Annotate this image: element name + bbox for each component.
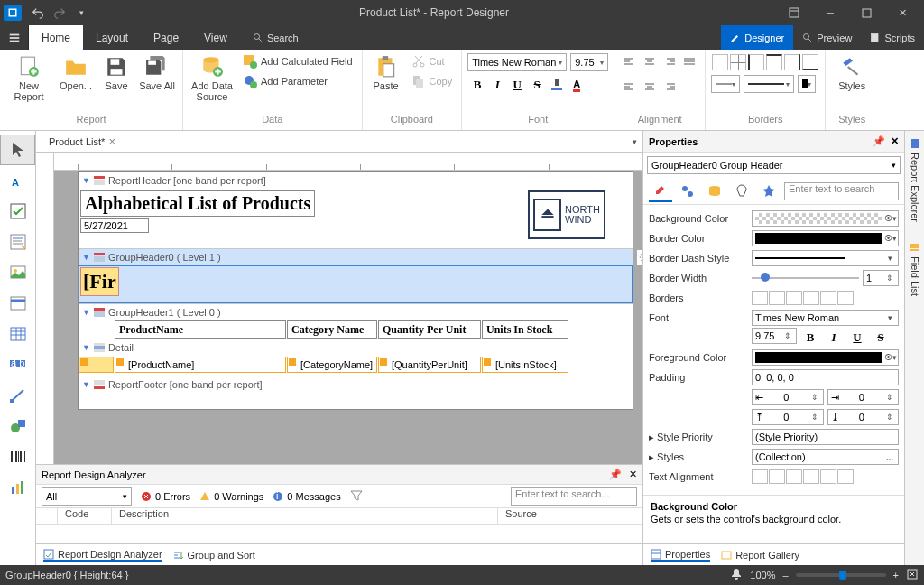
warnings-pill[interactable]: 0 Warnings — [199, 491, 263, 502]
analyzer-filter-select[interactable]: All▾ — [42, 488, 132, 506]
field-productname[interactable]: [ProductName] — [115, 357, 286, 373]
underline-button[interactable]: U — [507, 75, 527, 95]
col-qtyperunit[interactable]: Quantity Per Unit — [378, 320, 481, 339]
edit-styles[interactable]: (Collection)… — [752, 449, 899, 465]
pad-bottom[interactable]: ⤓ 0⇕ — [827, 409, 900, 425]
edit-borderdash[interactable]: ▾ — [752, 250, 899, 266]
border-width-slider[interactable] — [752, 275, 859, 281]
border-right[interactable] — [784, 54, 800, 70]
tool-barcode[interactable] — [0, 441, 35, 472]
backcolor-button[interactable] — [547, 75, 567, 95]
align-top-right[interactable] — [660, 53, 679, 73]
border-all[interactable] — [730, 54, 746, 70]
preview-button[interactable]: Preview — [793, 25, 861, 50]
pad-right[interactable]: ⇥ 0⇕ — [827, 389, 900, 405]
qat-redo[interactable] — [49, 2, 70, 23]
align-top-left[interactable] — [620, 53, 640, 73]
field-unitsinstock[interactable]: [UnitsInStock] — [482, 357, 568, 373]
edit-font[interactable]: Times New Roman▾ — [752, 310, 899, 326]
tool-shape[interactable] — [0, 411, 35, 441]
edit-bgcolor[interactable]: ⦿▾ — [752, 210, 899, 227]
properties-pin-icon[interactable]: 📌 — [873, 135, 885, 147]
align-mid-right[interactable] — [660, 77, 679, 97]
border-top[interactable] — [766, 54, 782, 70]
add-calcfield-button[interactable]: Add Calculated Field — [239, 51, 356, 71]
zoom-out-button[interactable]: – — [782, 570, 788, 580]
prop-italic[interactable]: I — [824, 328, 844, 348]
zoom-fit-icon[interactable] — [906, 568, 919, 582]
logo-box[interactable]: NORTHWIND — [528, 190, 605, 239]
analyzer-search[interactable]: Enter text to search... — [511, 488, 637, 506]
proptab-appearance[interactable] — [649, 181, 672, 202]
tool-pointer[interactable] — [0, 135, 35, 165]
qat-undo[interactable] — [27, 2, 49, 23]
align-mid-center[interactable] — [640, 77, 660, 97]
side-field-list[interactable]: Field List — [910, 238, 920, 300]
close-tab-icon[interactable]: × — [108, 135, 116, 148]
tool-checkbox[interactable] — [0, 196, 35, 227]
col-productname[interactable]: ProductName — [115, 320, 286, 339]
col-code[interactable]: Code — [58, 508, 112, 524]
properties-close-icon[interactable]: ✕ — [891, 135, 899, 147]
align-top-center[interactable] — [640, 53, 660, 73]
tool-panel[interactable] — [0, 288, 35, 319]
zoom-in-button[interactable]: + — [893, 570, 899, 580]
font-family-select[interactable]: Times New Roman▾ — [467, 53, 567, 71]
minimize-button[interactable]: ─ — [812, 1, 848, 24]
col-categoryname[interactable]: Category Name — [287, 320, 377, 339]
add-datasource-button[interactable]: Add Data Source — [189, 51, 236, 102]
align-justify[interactable] — [679, 53, 699, 73]
edit-borders[interactable] — [752, 291, 899, 305]
field-indent[interactable] — [79, 357, 114, 373]
edit-fontsize[interactable]: 9.75⇕ — [752, 328, 797, 344]
tool-line[interactable] — [0, 380, 35, 411]
col-description[interactable]: Description — [112, 508, 498, 524]
btab-analyzer[interactable]: Report Design Analyzer — [43, 549, 162, 562]
prop-underline[interactable]: U — [847, 328, 867, 348]
edit-fgcolor[interactable]: ⦿▾ — [752, 349, 899, 366]
tab-overflow-icon[interactable]: ▾ — [633, 137, 637, 146]
analyzer-funnel-icon[interactable] — [350, 489, 363, 504]
analyzer-close-icon[interactable]: ✕ — [629, 469, 637, 479]
edit-stylepriority[interactable]: (Style Priority) — [752, 429, 899, 445]
tab-home[interactable]: Home — [29, 25, 83, 50]
messages-pill[interactable]: i0 Messages — [273, 491, 340, 502]
tool-chart[interactable] — [0, 472, 35, 503]
band-groupheader1[interactable]: ▼GroupHeader1 ( Level 0 ) ProductName Ca… — [79, 303, 633, 339]
forecolor-button[interactable]: A — [567, 75, 587, 95]
ribbon-search[interactable]: Search — [240, 25, 311, 50]
close-button[interactable]: ✕ — [884, 1, 920, 24]
zoom-slider[interactable] — [796, 573, 886, 577]
italic-button[interactable]: I — [487, 75, 507, 95]
maximize-button[interactable] — [848, 1, 884, 24]
tool-picture[interactable] — [0, 257, 35, 288]
prop-strike[interactable]: S — [871, 328, 891, 348]
tool-table[interactable] — [0, 319, 35, 349]
field-categoryname[interactable]: [CategoryName] — [287, 357, 377, 373]
band-reportheader[interactable]: ▼ReportHeader [one band per report] Alph… — [79, 172, 633, 248]
col-source[interactable]: Source — [498, 508, 642, 524]
errors-pill[interactable]: 0 Errors — [141, 491, 190, 502]
rtab-gallery[interactable]: Report Gallery — [721, 550, 799, 561]
border-none[interactable] — [712, 54, 728, 70]
design-surface[interactable]: ▼ReportHeader [one band per report] Alph… — [36, 153, 642, 464]
border-color-select[interactable]: ▾ — [798, 75, 816, 93]
border-bottom[interactable] — [802, 54, 818, 70]
paste-button[interactable]: Paste — [368, 51, 404, 91]
selected-object-select[interactable]: GroupHeader0 Group Header▾ — [647, 156, 901, 174]
styles-button[interactable]: Styles — [831, 51, 873, 91]
designer-button[interactable]: Designer — [721, 25, 793, 50]
ribbon-collapse-icon[interactable] — [776, 1, 812, 24]
prop-bold[interactable]: B — [800, 328, 820, 348]
saveall-button[interactable]: Save All — [137, 51, 177, 91]
report-title-cell[interactable]: Alphabetical List of Products — [80, 190, 315, 217]
edit-padding[interactable]: 0, 0, 0, 0 — [752, 369, 899, 385]
border-left[interactable] — [748, 54, 764, 70]
band-settings-icon[interactable] — [636, 249, 642, 265]
save-button[interactable]: Save — [99, 51, 134, 91]
proptab-misc[interactable] — [730, 181, 753, 202]
tab-page[interactable]: Page — [141, 25, 191, 50]
tool-richtext[interactable] — [0, 227, 35, 257]
band-groupheader0[interactable]: ▼GroupHeader0 ( Level 1 ) [Fir — [79, 248, 633, 303]
align-mid-left[interactable] — [620, 77, 640, 97]
